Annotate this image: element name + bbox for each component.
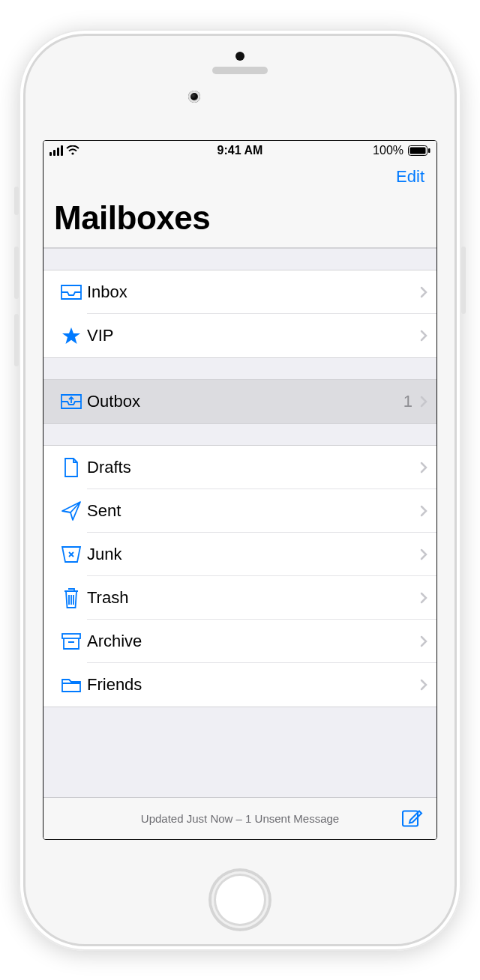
archive-icon xyxy=(56,632,87,650)
mailbox-label: Inbox xyxy=(87,282,128,302)
chevron-right-icon xyxy=(420,330,428,342)
mailbox-label: VIP xyxy=(87,326,113,345)
chevron-right-icon xyxy=(420,679,428,691)
folder-icon xyxy=(56,677,87,693)
drafts-icon xyxy=(56,457,87,478)
inbox-icon xyxy=(56,284,87,300)
mailbox-label: Outbox xyxy=(87,392,140,411)
mailbox-row-outbox[interactable]: Outbox1 xyxy=(44,380,436,423)
device-frame: 9:41 AM 100% Edit Mailboxes InboxVIP xyxy=(19,29,461,951)
junk-icon xyxy=(56,545,87,563)
edit-button[interactable]: Edit xyxy=(394,164,426,190)
battery-icon xyxy=(408,145,430,156)
toolbar-status: Updated Just Now – 1 Unsent Message xyxy=(141,812,339,825)
svg-rect-4 xyxy=(62,634,80,638)
mailbox-label: Junk xyxy=(87,545,122,564)
chevron-right-icon xyxy=(420,462,428,474)
chevron-right-icon xyxy=(420,505,428,517)
mailbox-label: Friends xyxy=(87,675,142,695)
navigation-bar: Edit Mailboxes xyxy=(44,160,436,248)
compose-icon xyxy=(400,820,423,831)
proximity-sensor xyxy=(236,52,244,61)
home-button[interactable] xyxy=(212,871,268,928)
mailbox-row-sent[interactable]: Sent xyxy=(44,489,436,533)
group-separator xyxy=(44,248,436,270)
wifi-icon xyxy=(66,145,80,156)
mailbox-row-vip[interactable]: VIP xyxy=(44,314,436,357)
chevron-right-icon xyxy=(420,396,428,408)
front-camera xyxy=(188,91,200,103)
mailbox-label: Archive xyxy=(87,632,142,651)
chevron-right-icon xyxy=(420,592,428,604)
chevron-right-icon xyxy=(420,548,428,560)
mailbox-row-inbox[interactable]: Inbox xyxy=(44,270,436,314)
mailbox-group-primary: InboxVIP xyxy=(44,270,436,357)
mailbox-count: 1 xyxy=(404,392,412,411)
mailbox-row-junk[interactable]: Junk xyxy=(44,533,436,576)
mailbox-row-trash[interactable]: Trash xyxy=(44,576,436,620)
mailbox-label: Trash xyxy=(87,588,128,608)
page-title: Mailboxes xyxy=(54,199,426,237)
volume-down-button xyxy=(14,314,19,366)
toolbar: Updated Just Now – 1 Unsent Message xyxy=(44,797,436,839)
svg-rect-3 xyxy=(428,148,430,153)
svg-point-0 xyxy=(71,152,74,154)
trash-icon xyxy=(56,587,87,609)
mailbox-group-account: DraftsSentJunkTrashArchiveFriends xyxy=(44,446,436,707)
group-separator xyxy=(44,423,436,446)
mailbox-group-outbox: Outbox1 xyxy=(44,380,436,423)
mute-switch xyxy=(14,187,19,215)
power-button xyxy=(461,246,466,314)
group-separator xyxy=(44,707,436,759)
earpiece-speaker xyxy=(212,67,268,74)
chevron-right-icon xyxy=(420,286,428,298)
sent-icon xyxy=(56,500,87,521)
status-bar: 9:41 AM 100% xyxy=(44,141,436,160)
compose-button[interactable] xyxy=(398,803,426,834)
battery-percent: 100% xyxy=(373,144,404,157)
mailbox-label: Drafts xyxy=(87,458,131,477)
star-icon xyxy=(56,326,87,345)
group-separator xyxy=(44,357,436,380)
outbox-icon xyxy=(56,393,87,410)
mailbox-row-archive[interactable]: Archive xyxy=(44,620,436,663)
mailbox-label: Sent xyxy=(87,501,121,521)
mailbox-row-drafts[interactable]: Drafts xyxy=(44,446,436,489)
chevron-right-icon xyxy=(420,635,428,647)
svg-rect-2 xyxy=(410,148,426,154)
screen: 9:41 AM 100% Edit Mailboxes InboxVIP xyxy=(43,140,437,840)
volume-up-button xyxy=(14,246,19,299)
cellular-signal-icon xyxy=(50,145,63,156)
mailbox-row-friends[interactable]: Friends xyxy=(44,663,436,707)
